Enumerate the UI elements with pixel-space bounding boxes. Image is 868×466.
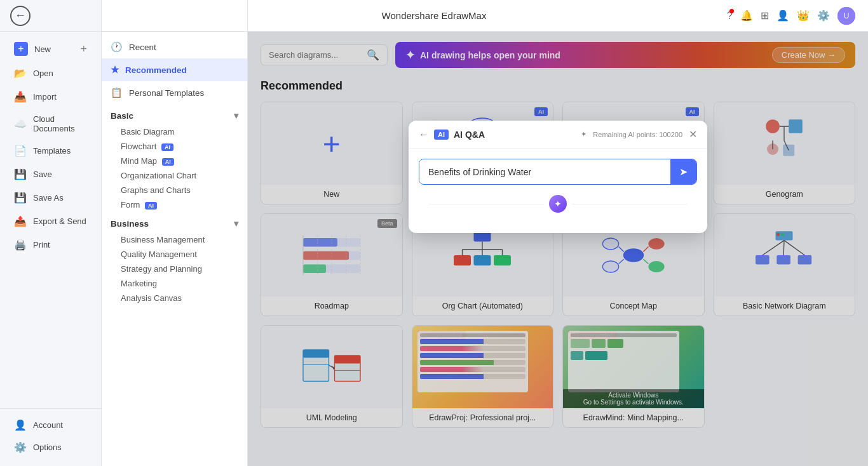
ai-popup-close-icon[interactable]: ✕ bbox=[689, 128, 697, 140]
ai-popup-title: ← AI AI Q&A bbox=[419, 129, 485, 140]
svg-text:U: U bbox=[844, 11, 850, 20]
form-ai-badge: AI bbox=[145, 202, 157, 210]
export-icon: 📤 bbox=[14, 215, 27, 227]
ai-popup-meta: ✦ Remaining AI points: 100200 ✕ bbox=[581, 128, 697, 140]
business-section-header[interactable]: Business ▾ bbox=[102, 212, 247, 232]
save-icon: 💾 bbox=[14, 168, 27, 180]
mid-sub-marketing[interactable]: Marketing bbox=[102, 276, 247, 291]
quality-label: Quality Management bbox=[121, 250, 197, 259]
mid-sub-basic-diagram[interactable]: Basic Diagram bbox=[102, 124, 247, 139]
ai-popup-overlay[interactable]: ← AI AI Q&A ✦ Remaining AI points: 10020… bbox=[248, 32, 868, 466]
nav-item-export[interactable]: 📤 Export & Send bbox=[4, 210, 97, 232]
nav-item-open[interactable]: 📂 Open bbox=[4, 62, 97, 84]
ai-logo-badge: AI bbox=[434, 130, 449, 140]
print-label: Print bbox=[33, 240, 50, 250]
avatar[interactable]: U bbox=[837, 7, 855, 25]
ai-input[interactable] bbox=[419, 161, 670, 183]
mid-sub-orgchart[interactable]: Organizational Chart bbox=[102, 168, 247, 183]
ai-popup-header: ← AI AI Q&A ✦ Remaining AI points: 10020… bbox=[409, 121, 707, 149]
user-menu-icon[interactable]: 👤 bbox=[776, 10, 789, 22]
open-label: Open bbox=[33, 69, 53, 78]
ai-send-icon: ➤ bbox=[679, 166, 688, 177]
nav-item-new[interactable]: + New + bbox=[4, 37, 97, 61]
business-chevron-icon: ▾ bbox=[234, 218, 238, 229]
ai-popup-title-text: AI Q&A bbox=[454, 130, 485, 140]
ai-thinking-row: ✦ bbox=[419, 185, 697, 223]
options-icon: ⚙️ bbox=[14, 441, 27, 453]
form-label: Form bbox=[121, 200, 140, 210]
sidebar-logo: ← bbox=[0, 0, 101, 32]
marketing-label: Marketing bbox=[121, 279, 157, 288]
sidebar-nav: + New + 📂 Open 📥 Import ☁️ Cloud Documen… bbox=[0, 32, 101, 408]
mid-sub-mindmap[interactable]: Mind Map AI bbox=[102, 154, 247, 168]
strategy-label: Strategy and Planning bbox=[121, 264, 202, 274]
nav-item-save[interactable]: 💾 Save bbox=[4, 163, 97, 185]
nav-item-import[interactable]: 📥 Import bbox=[4, 86, 97, 108]
basic-section-header[interactable]: Basic ▾ bbox=[102, 104, 247, 124]
mid-sub-quality[interactable]: Quality Management bbox=[102, 247, 247, 262]
nav-item-templates[interactable]: 📄 Templates bbox=[4, 140, 97, 162]
basic-chevron-icon: ▾ bbox=[234, 110, 238, 121]
ai-input-row: ➤ bbox=[419, 159, 697, 185]
mid-sub-strategy[interactable]: Strategy and Planning bbox=[102, 262, 247, 276]
ai-send-button[interactable]: ➤ bbox=[670, 159, 696, 184]
mindmap-ai-badge: AI bbox=[162, 158, 174, 166]
saveas-label: Save As bbox=[33, 193, 64, 203]
header-right: ? 🔔 ⊞ 👤 👑 ⚙️ U bbox=[727, 7, 855, 25]
nav-item-print[interactable]: 🖨️ Print bbox=[4, 234, 97, 256]
back-button[interactable]: ← bbox=[10, 6, 31, 26]
orgchart-label: Organizational Chart bbox=[121, 171, 196, 180]
mid-nav-recent[interactable]: 🕐 Recent bbox=[102, 36, 247, 58]
saveas-icon: 💾 bbox=[14, 192, 27, 204]
analysis-label: Analysis Canvas bbox=[121, 293, 182, 303]
personal-icon: 📋 bbox=[111, 87, 123, 98]
thinking-line-left bbox=[429, 204, 544, 204]
recent-icon: 🕐 bbox=[111, 41, 123, 53]
ai-points-icon: ✦ bbox=[581, 130, 587, 138]
personal-label: Personal Templates bbox=[129, 88, 204, 98]
app-title: Wondershare EdrawMax bbox=[382, 10, 487, 21]
account-label: Account bbox=[33, 420, 63, 430]
ai-popup-back-icon[interactable]: ← bbox=[419, 129, 429, 140]
templates-icon: 📄 bbox=[14, 145, 27, 157]
sidebar-narrow: ← + New + 📂 Open 📥 Import ☁️ Cloud Docum… bbox=[0, 0, 102, 466]
bell-icon[interactable]: 🔔 bbox=[740, 10, 753, 22]
new-plus-icon: + bbox=[14, 42, 28, 56]
nav-item-account[interactable]: 👤 Account bbox=[4, 414, 97, 436]
main-content: Wondershare EdrawMax ? 🔔 ⊞ 👤 👑 ⚙️ U 🔍 bbox=[248, 0, 868, 466]
mid-sub-analysis[interactable]: Analysis Canvas bbox=[102, 291, 247, 305]
mindmap-label: Mind Map bbox=[121, 156, 157, 166]
cloud-label: Cloud Documents bbox=[33, 114, 87, 133]
import-icon: 📥 bbox=[14, 91, 27, 103]
graphs-label: Graphs and Charts bbox=[121, 185, 191, 195]
templates-label: Templates bbox=[33, 146, 71, 156]
ai-remaining-label: Remaining AI points: 100200 bbox=[593, 131, 682, 138]
save-label: Save bbox=[33, 170, 52, 179]
recommended-label: Recommended bbox=[125, 65, 187, 75]
crown-icon[interactable]: 👑 bbox=[797, 10, 810, 22]
new-label: New bbox=[34, 44, 51, 54]
import-label: Import bbox=[33, 92, 57, 102]
mid-sub-form[interactable]: Form AI bbox=[102, 197, 247, 212]
settings-icon[interactable]: ⚙️ bbox=[817, 10, 830, 22]
basic-section-label: Basic bbox=[111, 111, 133, 121]
mid-nav-recommended[interactable]: ★ Recommended bbox=[102, 58, 247, 81]
content-area: 🔍 ✦ AI drawing helps open your mind Crea… bbox=[248, 32, 868, 466]
ai-popup-body: ➤ ✦ bbox=[409, 149, 707, 233]
biz-mgmt-label: Business Management bbox=[121, 235, 205, 244]
mid-sub-graphs[interactable]: Graphs and Charts bbox=[102, 183, 247, 197]
sidebar-bottom: 👤 Account ⚙️ Options bbox=[0, 408, 101, 466]
help-icon[interactable]: ? bbox=[727, 10, 733, 22]
export-label: Export & Send bbox=[33, 216, 86, 226]
mid-sub-flowchart[interactable]: Flowchart AI bbox=[102, 139, 247, 154]
mid-nav: 🕐 Recent ★ Recommended 📋 Personal Templa… bbox=[102, 32, 247, 466]
grid-icon[interactable]: ⊞ bbox=[761, 10, 769, 22]
mid-sub-biz-mgmt[interactable]: Business Management bbox=[102, 232, 247, 247]
new-extra-plus: + bbox=[80, 43, 87, 56]
nav-item-saveas[interactable]: 💾 Save As bbox=[4, 187, 97, 209]
options-label: Options bbox=[33, 443, 62, 452]
nav-item-cloud[interactable]: ☁️ Cloud Documents bbox=[4, 109, 97, 138]
nav-item-options[interactable]: ⚙️ Options bbox=[4, 436, 97, 458]
mid-nav-personal[interactable]: 📋 Personal Templates bbox=[102, 81, 247, 104]
open-icon: 📂 bbox=[14, 67, 27, 79]
